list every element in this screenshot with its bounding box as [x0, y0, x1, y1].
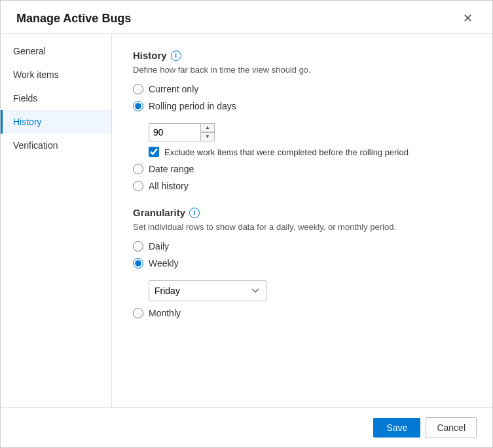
- history-options: Current only Rolling period in days ▲: [133, 84, 471, 191]
- radio-rolling-period-label: Rolling period in days: [149, 101, 236, 111]
- sidebar-item-work-items[interactable]: Work items: [1, 63, 111, 86]
- spinner-down-button[interactable]: ▼: [200, 132, 215, 141]
- rolling-sub-options: ▲ ▼ Exclude work items that were complet…: [149, 123, 471, 157]
- spinner-buttons: ▲ ▼: [200, 123, 215, 141]
- cancel-button[interactable]: Cancel: [426, 417, 477, 438]
- day-of-week-select[interactable]: Sunday Monday Tuesday Wednesday Thursday…: [149, 280, 266, 301]
- radio-current-only-label: Current only: [149, 84, 198, 94]
- history-section-title: History i: [133, 50, 471, 61]
- radio-date-range-label: Date range: [149, 164, 194, 174]
- granularity-section-title: Granularity i: [133, 207, 471, 218]
- dialog-title: Manage Active Bugs: [16, 12, 131, 26]
- sidebar-item-history[interactable]: History: [1, 110, 111, 134]
- exclude-completed-checkbox[interactable]: [149, 147, 159, 157]
- granularity-info-icon[interactable]: i: [189, 208, 200, 218]
- radio-date-range-input[interactable]: [133, 164, 143, 174]
- radio-all-history-input[interactable]: [133, 181, 143, 191]
- sidebar-item-verification[interactable]: Verification: [1, 134, 111, 157]
- radio-monthly-input[interactable]: [133, 308, 143, 318]
- manage-active-bugs-dialog: Manage Active Bugs ✕ General Work items …: [0, 0, 493, 448]
- dialog-body: General Work items Fields History Verifi…: [1, 34, 492, 407]
- radio-monthly-label: Monthly: [149, 308, 181, 318]
- granularity-description: Set individual rows to show data for a d…: [133, 222, 471, 232]
- history-description: Define how far back in time the view sho…: [133, 65, 471, 75]
- radio-daily[interactable]: Daily: [133, 241, 471, 252]
- radio-daily-input[interactable]: [133, 241, 143, 252]
- sidebar-item-fields[interactable]: Fields: [1, 86, 111, 110]
- dialog-header: Manage Active Bugs ✕: [1, 1, 492, 34]
- history-info-icon[interactable]: i: [171, 50, 181, 61]
- radio-weekly-input[interactable]: [133, 258, 143, 269]
- radio-date-range[interactable]: Date range: [133, 164, 471, 174]
- content-area: History i Define how far back in time th…: [112, 34, 492, 407]
- radio-daily-label: Daily: [149, 241, 169, 252]
- history-section: History i Define how far back in time th…: [133, 50, 471, 191]
- close-button[interactable]: ✕: [459, 11, 477, 26]
- radio-current-only[interactable]: Current only: [133, 84, 471, 94]
- weekly-sub-options: Sunday Monday Tuesday Wednesday Thursday…: [149, 280, 471, 301]
- dialog-footer: Save Cancel: [1, 407, 492, 447]
- radio-all-history[interactable]: All history: [133, 181, 471, 191]
- granularity-options: Daily Weekly Sunday Monday Tuesday Wed: [133, 241, 471, 318]
- radio-rolling-period-input[interactable]: [133, 101, 143, 111]
- exclude-completed-checkbox-wrap[interactable]: Exclude work items that were completed b…: [149, 147, 471, 157]
- radio-current-only-input[interactable]: [133, 84, 143, 94]
- radio-weekly[interactable]: Weekly: [133, 258, 471, 269]
- sidebar: General Work items Fields History Verifi…: [1, 34, 112, 407]
- sidebar-item-general[interactable]: General: [1, 39, 111, 63]
- radio-rolling-period[interactable]: Rolling period in days: [133, 101, 471, 111]
- radio-monthly[interactable]: Monthly: [133, 308, 471, 318]
- rolling-days-input[interactable]: [149, 123, 201, 141]
- spinner-up-button[interactable]: ▲: [200, 123, 215, 132]
- exclude-completed-label: Exclude work items that were completed b…: [164, 147, 409, 157]
- rolling-days-input-wrap: ▲ ▼: [149, 123, 471, 141]
- save-button[interactable]: Save: [373, 418, 420, 438]
- radio-weekly-label: Weekly: [149, 258, 179, 269]
- granularity-section: Granularity i Set individual rows to sho…: [133, 207, 471, 318]
- radio-all-history-label: All history: [149, 181, 189, 191]
